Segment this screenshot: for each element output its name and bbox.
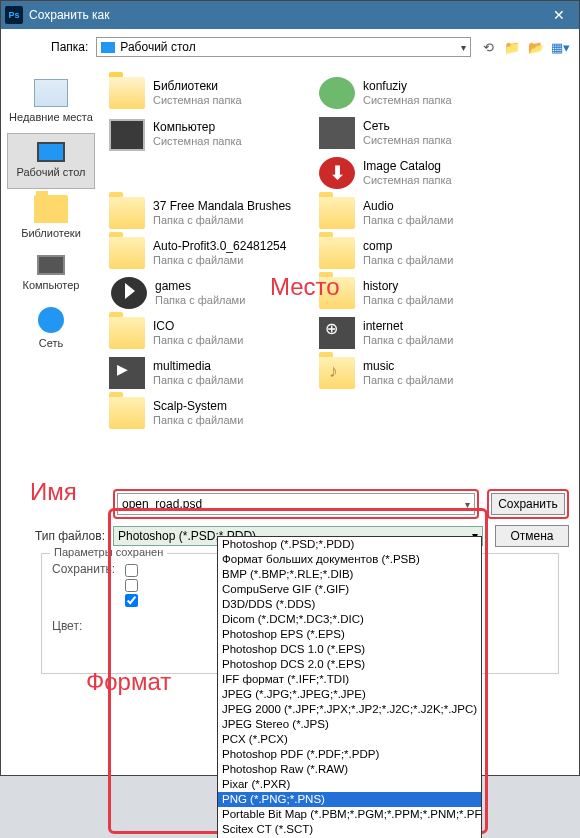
desktop-icon	[37, 142, 65, 162]
file-name: Компьютер	[153, 120, 242, 134]
save-chk-1[interactable]	[125, 564, 138, 577]
back-icon[interactable]: ⟲	[479, 38, 497, 56]
file-item[interactable]: musicПапка с файлами	[317, 353, 527, 393]
nav-toolbar: ⟲ 📁 📂 ▦▾	[479, 38, 569, 56]
file-sub: Системная папка	[153, 134, 242, 148]
file-item[interactable]: КомпьютерСистемная папка	[107, 113, 317, 155]
sidebar-desktop[interactable]: Рабочий стол	[7, 133, 95, 189]
folder-icon	[319, 277, 355, 309]
save-chk-3[interactable]	[125, 594, 138, 607]
filetype-option[interactable]: D3D/DDS (*.DDS)	[218, 597, 481, 612]
libraries-icon	[34, 195, 68, 223]
folder-combo-text: Рабочий стол	[120, 40, 195, 54]
file-name: history	[363, 279, 453, 293]
file-item[interactable]: БиблиотекиСистемная папка	[107, 73, 317, 113]
file-sub: Системная папка	[363, 173, 452, 187]
close-button[interactable]: ✕	[539, 1, 579, 29]
sidebar-recent[interactable]: Недавние места	[1, 73, 101, 133]
sidebar-computer[interactable]: Компьютер	[1, 249, 101, 301]
file-name: games	[155, 279, 245, 293]
file-sub: Папка с файлами	[155, 293, 245, 307]
filetype-option[interactable]: Dicom (*.DCM;*.DC3;*.DIC)	[218, 612, 481, 627]
folder-combo[interactable]: Рабочий стол ▾	[96, 37, 471, 57]
up-icon[interactable]: 📁	[503, 38, 521, 56]
mm-icon	[109, 357, 145, 389]
filename-highlight: open_road.psd ▾	[113, 489, 479, 519]
folder-icon	[319, 237, 355, 269]
file-sub: Папка с файлами	[363, 373, 453, 387]
net2-icon	[319, 317, 355, 349]
file-name: Библиотеки	[153, 79, 242, 93]
file-item[interactable]: internetПапка с файлами	[317, 313, 527, 353]
comp-icon	[109, 119, 145, 151]
file-sub: Папка с файлами	[363, 333, 453, 347]
filetype-option[interactable]: Photoshop DCS 1.0 (*.EPS)	[218, 642, 481, 657]
file-name: internet	[363, 319, 453, 333]
sidebar-libraries[interactable]: Библиотеки	[1, 189, 101, 249]
file-browser: Недавние места Рабочий стол Библиотеки К…	[1, 65, 579, 485]
filetype-option[interactable]: JPEG 2000 (*.JPF;*.JPX;*.JP2;*.J2C;*.J2K…	[218, 702, 481, 717]
filetype-option[interactable]: Photoshop DCS 2.0 (*.EPS)	[218, 657, 481, 672]
filetype-label: Тип файлов:	[11, 529, 105, 543]
file-sub: Системная папка	[153, 93, 242, 107]
filetype-option[interactable]: IFF формат (*.IFF;*.TDI)	[218, 672, 481, 687]
file-item[interactable]: Auto-Profit3.0_62481254Папка с файлами	[107, 233, 317, 273]
folder-label: Папка:	[51, 40, 88, 54]
file-item[interactable]: Scalp-SystemПапка с файлами	[107, 393, 317, 433]
file-sub: Папка с файлами	[153, 373, 243, 387]
filetype-option[interactable]: JPEG Stereo (*.JPS)	[218, 717, 481, 732]
view-menu-icon[interactable]: ▦▾	[551, 38, 569, 56]
folder-icon	[319, 197, 355, 229]
sidebar-network[interactable]: Сеть	[1, 301, 101, 359]
filename-input[interactable]: open_road.psd ▾	[117, 493, 475, 515]
filetype-option[interactable]: CompuServe GIF (*.GIF)	[218, 582, 481, 597]
file-item[interactable]: СетьСистемная папка	[317, 113, 527, 153]
file-sub: Папка с файлами	[153, 413, 243, 427]
save-button[interactable]: Сохранить	[491, 493, 565, 515]
filetype-option[interactable]: PNG (*.PNG;*.PNS)	[218, 792, 481, 807]
file-sub: Папка с файлами	[153, 333, 243, 347]
filetype-option[interactable]: BMP (*.BMP;*.RLE;*.DIB)	[218, 567, 481, 582]
save-chk-2[interactable]	[125, 579, 138, 592]
file-name: konfuziy	[363, 79, 452, 93]
file-name: ICO	[153, 319, 243, 333]
cancel-button[interactable]: Отмена	[495, 525, 569, 547]
filetype-option[interactable]: Scitex CT (*.SCT)	[218, 822, 481, 837]
filetype-option[interactable]: Photoshop Raw (*.RAW)	[218, 762, 481, 777]
file-name: music	[363, 359, 453, 373]
file-item[interactable]: multimediaПапка с файлами	[107, 353, 317, 393]
computer-icon	[37, 255, 65, 275]
filetype-option[interactable]: Portable Bit Map (*.PBM;*.PGM;*.PPM;*.PN…	[218, 807, 481, 822]
file-name: Audio	[363, 199, 453, 213]
user-icon	[319, 77, 355, 109]
file-item[interactable]: historyПапка с файлами	[317, 273, 527, 313]
new-folder-icon[interactable]: 📂	[527, 38, 545, 56]
recent-places-icon	[34, 79, 68, 107]
file-sub: Папка с файлами	[363, 213, 453, 227]
file-item[interactable]: 37 Free Mandala BrushesПапка с файлами	[107, 193, 317, 233]
file-item[interactable]: ICOПапка с файлами	[107, 313, 317, 353]
filetype-option[interactable]: Photoshop PDF (*.PDF;*.PDP)	[218, 747, 481, 762]
filetype-option[interactable]: Формат больших документов (*.PSB)	[218, 552, 481, 567]
filetype-dropdown[interactable]: Photoshop (*.PSD;*.PDD)Формат больших до…	[217, 536, 482, 838]
file-name: Сеть	[363, 119, 452, 133]
filetype-option[interactable]: Photoshop (*.PSD;*.PDD)	[218, 537, 481, 552]
desktop-icon	[101, 42, 115, 53]
file-sub: Папка с файлами	[363, 253, 453, 267]
places-sidebar: Недавние места Рабочий стол Библиотеки К…	[1, 65, 101, 485]
file-item[interactable]: gamesПапка с файлами	[107, 273, 317, 313]
file-item[interactable]: compПапка с файлами	[317, 233, 527, 273]
file-name: Scalp-System	[153, 399, 243, 413]
music-icon	[319, 357, 355, 389]
file-list[interactable]: БиблиотекиСистемная папкаkonfuziyСистемн…	[101, 65, 579, 485]
network-icon	[38, 307, 64, 333]
ic-icon: ⬇	[319, 157, 355, 189]
filetype-option[interactable]: Pixar (*.PXR)	[218, 777, 481, 792]
file-item[interactable]: konfuziyСистемная папка	[317, 73, 527, 113]
filetype-option[interactable]: JPEG (*.JPG;*.JPEG;*.JPE)	[218, 687, 481, 702]
filetype-option[interactable]: PCX (*.PCX)	[218, 732, 481, 747]
filetype-option[interactable]: Photoshop EPS (*.EPS)	[218, 627, 481, 642]
chevron-down-icon[interactable]: ▾	[465, 499, 470, 510]
file-item[interactable]: ⬇Image CatalogСистемная папка	[317, 153, 527, 193]
file-item[interactable]: AudioПапка с файлами	[317, 193, 527, 233]
